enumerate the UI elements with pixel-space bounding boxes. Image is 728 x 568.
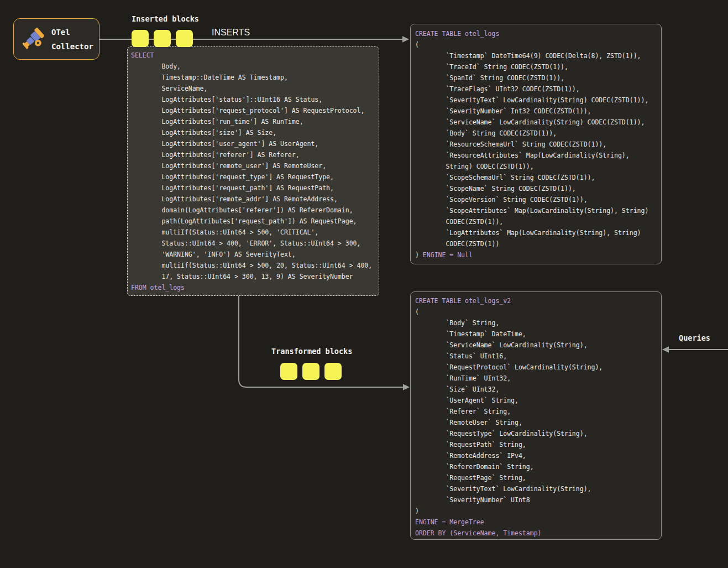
arrowhead-left-icon — [662, 346, 669, 353]
code-line: LogAttributes['remote_addr'] AS RemoteAd… — [131, 194, 379, 205]
diagram-canvas: OTel Collector Inserted blocks INSERTS S… — [0, 0, 728, 568]
otel-collector-node: OTel Collector — [13, 18, 99, 60]
data-block-square — [176, 30, 193, 47]
code-line: `Timestamp` DateTime64(9) CODEC(Delta(8)… — [415, 50, 661, 61]
data-block-square — [280, 363, 297, 380]
arrowhead-right-icon — [402, 36, 409, 43]
code-line: `ServiceName` LowCardinality(String), — [415, 340, 661, 351]
data-block-square — [154, 30, 171, 47]
code-line: Timestamp::DateTime AS Timestamp, — [131, 72, 379, 83]
code-line: `RunTime` UInt32, — [415, 373, 661, 384]
code-line: `RequestType` LowCardinality(String), — [415, 428, 661, 439]
create-table-otel-logs-code: CREATE TABLE otel_logs( `Timestamp` Date… — [410, 24, 662, 264]
code-line: LogAttributes['request_path'] AS Request… — [131, 183, 379, 194]
collector-label-line1: OTel — [51, 28, 70, 37]
code-line: `ServiceName` LowCardinality(String) COD… — [415, 117, 661, 128]
inserted-blocks-squares — [132, 30, 193, 47]
code-line: ENGINE = MergeTree — [415, 517, 661, 528]
collector-label-line2: Collector — [51, 42, 93, 51]
inserted-blocks-label: Inserted blocks — [132, 14, 199, 23]
transformed-blocks-label: Transformed blocks — [271, 347, 352, 356]
transformed-blocks-squares — [280, 363, 342, 380]
code-line: `RequestPath` String, — [415, 439, 661, 450]
code-line: `SeverityNumber` UInt8 — [415, 494, 661, 506]
code-line: LogAttributes['run_time'] AS RunTime, — [131, 116, 379, 127]
code-line: `RefererDomain` String, — [415, 461, 661, 472]
code-line: LogAttributes['request_protocol'] AS Req… — [131, 105, 379, 116]
code-line: ) — [415, 506, 661, 517]
code-line: CODEC(ZSTD(1)) — [415, 238, 661, 249]
code-line: ORDER BY (ServiceName, Timestamp) — [415, 528, 661, 539]
code-line: `TraceId` String CODEC(ZSTD(1)), — [415, 61, 661, 72]
code-line: `ResourceAttributes` Map(LowCardinality(… — [415, 150, 661, 161]
code-line: LogAttributes['user_agent'] AS UserAgent… — [131, 138, 379, 149]
code-line: SELECT — [131, 50, 379, 61]
code-line: `ScopeName` String CODEC(ZSTD(1)), — [415, 183, 661, 194]
code-line: `RequestPage` String, — [415, 472, 661, 483]
data-block-square — [324, 363, 342, 380]
code-line: CREATE TABLE otel_logs_v2 — [415, 295, 661, 306]
code-line: ( — [415, 306, 661, 317]
code-line: CREATE TABLE otel_logs — [415, 28, 661, 39]
code-line: `Body` String, — [415, 317, 661, 329]
code-line: 17, Status::UInt64 > 300, 13, 9) AS Seve… — [131, 271, 379, 282]
code-line: `SeverityText` LowCardinality(String), — [415, 483, 661, 494]
code-line: `ScopeAttributes` Map(LowCardinality(Str… — [415, 205, 661, 216]
code-line: ( — [415, 39, 661, 50]
code-line: `Body` String CODEC(ZSTD(1)), — [415, 128, 661, 139]
code-line: LogAttributes['request_type'] AS Request… — [131, 171, 379, 183]
inserts-label: INSERTS — [212, 28, 250, 38]
code-line: LogAttributes['status']::UInt16 AS Statu… — [131, 94, 379, 105]
telescope-icon — [19, 23, 47, 56]
code-line: `ScopeVersion` String CODEC(ZSTD(1)), — [415, 194, 661, 205]
code-line: `ResourceSchemaUrl` String CODEC(ZSTD(1)… — [415, 139, 661, 150]
code-line: multiIf(Status::UInt64 > 500, 20, Status… — [131, 260, 379, 271]
data-block-square — [132, 30, 149, 47]
arrowhead-right-icon — [403, 384, 410, 390]
code-line: Body, — [131, 61, 379, 72]
code-line: `Size` UInt32, — [415, 384, 661, 395]
code-line: `SpanId` String CODEC(ZSTD(1)), — [415, 72, 661, 84]
code-line: multiIf(Status::UInt64 > 500, 'CRITICAL'… — [131, 227, 379, 238]
code-line: LogAttributes['remote_user'] AS RemoteUs… — [131, 160, 379, 171]
code-line: `SeverityText` LowCardinality(String) CO… — [415, 95, 661, 106]
collector-label: OTel Collector — [51, 25, 93, 54]
code-line: ) ENGINE = Null — [415, 249, 661, 260]
code-line: Status::UInt64 > 400, 'ERROR', Status::U… — [131, 238, 379, 249]
code-line: `ScopeSchemaUrl` String CODEC(ZSTD(1)), — [415, 172, 661, 183]
code-line: ServiceName, — [131, 83, 379, 94]
code-line: `Timestamp` DateTime, — [415, 329, 661, 340]
code-line: CODEC(ZSTD(1)), — [415, 216, 661, 227]
code-line: `TraceFlags` UInt32 CODEC(ZSTD(1)), — [415, 84, 661, 95]
code-line: `RemoteUser` String, — [415, 417, 661, 428]
code-line: `Status` UInt16, — [415, 351, 661, 362]
code-line: domain(LogAttributes['referer']) AS Refe… — [131, 205, 379, 216]
code-line: FROM otel_logs — [131, 282, 379, 293]
code-line: `SeverityNumber` Int32 CODEC(ZSTD(1)), — [415, 106, 661, 117]
code-line: 'WARNING', 'INFO') AS SeverityText, — [131, 249, 379, 260]
code-line: LogAttributes['size'] AS Size, — [131, 127, 379, 138]
code-line: `UserAgent` String, — [415, 395, 661, 406]
materialized-view-select-code: SELECT Body, Timestamp::DateTime AS Time… — [127, 46, 379, 296]
code-line: `RemoteAddress` IPv4, — [415, 450, 661, 461]
code-line: `Referer` String, — [415, 406, 661, 417]
code-line: LogAttributes['referer'] AS Referer, — [131, 149, 379, 160]
data-block-square — [302, 363, 320, 380]
code-line: `LogAttributes` Map(LowCardinality(Strin… — [415, 227, 661, 238]
create-table-otel-logs-v2-code: CREATE TABLE otel_logs_v2( `Body` String… — [410, 291, 662, 540]
code-line: `RequestProtocol` LowCardinality(String)… — [415, 362, 661, 373]
queries-label: Queries — [679, 333, 710, 342]
code-line: path(LogAttributes['request_path']) AS R… — [131, 216, 379, 227]
code-line: String) CODEC(ZSTD(1)), — [415, 161, 661, 172]
